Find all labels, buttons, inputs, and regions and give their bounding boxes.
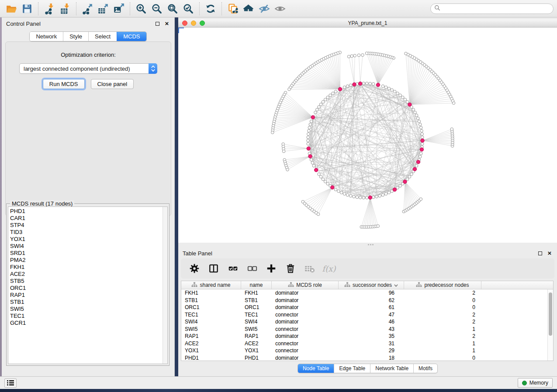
- network-node[interactable]: [414, 111, 417, 114]
- network-node[interactable]: [308, 129, 311, 132]
- table-scrollbar-thumb[interactable]: [549, 292, 552, 336]
- mcds-result-list[interactable]: PHD1CAR1STP4TID3YOX1SWI4SRD1PMA2FKH1ACE2…: [8, 206, 168, 364]
- network-node[interactable]: [307, 133, 310, 136]
- network-node[interactable]: [334, 188, 337, 191]
- column-header-MCDS-role[interactable]: MCDS role: [272, 281, 339, 289]
- show-all-icon[interactable]: [272, 1, 288, 16]
- export-table-icon[interactable]: [95, 1, 111, 16]
- network-node[interactable]: [419, 155, 422, 158]
- network-node[interactable]: [387, 87, 391, 90]
- table-row[interactable]: STB1STB1dominator620: [181, 297, 553, 304]
- mcds-dominator-node[interactable]: [308, 155, 312, 158]
- network-node[interactable]: [384, 86, 387, 89]
- network-node[interactable]: [350, 55, 353, 58]
- table-row[interactable]: ORC1ORC1dominator610: [181, 304, 553, 311]
- table-row[interactable]: TEC1TEC1connector472: [181, 311, 553, 319]
- table-row[interactable]: YOX1YOX1connector291: [181, 347, 553, 354]
- select-all-icon[interactable]: [225, 261, 240, 276]
- network-node[interactable]: [421, 133, 424, 136]
- mcds-dominator-node[interactable]: [358, 82, 362, 85]
- tab-style[interactable]: Style: [63, 32, 88, 41]
- network-node[interactable]: [318, 106, 321, 109]
- network-node[interactable]: [288, 88, 291, 91]
- network-node[interactable]: [329, 94, 332, 97]
- horizontal-splitter[interactable]: [178, 243, 557, 247]
- network-node[interactable]: [286, 168, 289, 171]
- mcds-dominator-node[interactable]: [416, 160, 420, 164]
- tab-select[interactable]: Select: [88, 32, 117, 41]
- network-node[interactable]: [322, 100, 325, 103]
- tab-network-table[interactable]: Network Table: [370, 364, 413, 373]
- settings-icon[interactable]: [187, 261, 202, 276]
- export-network-icon[interactable]: [80, 1, 95, 16]
- mcds-dominator-node[interactable]: [338, 87, 342, 91]
- mcds-dominator-node[interactable]: [393, 188, 396, 191]
- tab-mcds[interactable]: MCDS: [117, 32, 146, 41]
- network-node[interactable]: [365, 196, 368, 199]
- zoom-in-icon[interactable]: [133, 1, 149, 16]
- mcds-dominator-node[interactable]: [307, 147, 310, 150]
- network-node[interactable]: [421, 136, 424, 139]
- refresh-icon[interactable]: [203, 1, 218, 16]
- export-image-icon[interactable]: [111, 1, 127, 16]
- network-node[interactable]: [419, 198, 422, 201]
- network-node[interactable]: [322, 178, 325, 181]
- search-input[interactable]: [443, 6, 550, 12]
- tab-edge-table[interactable]: Edge Table: [334, 364, 370, 373]
- network-node[interactable]: [318, 173, 321, 176]
- memory-button[interactable]: Memory: [518, 378, 553, 388]
- network-node[interactable]: [312, 164, 315, 167]
- network-node[interactable]: [309, 123, 312, 126]
- network-node[interactable]: [381, 85, 384, 88]
- network-node[interactable]: [381, 193, 384, 196]
- network-node[interactable]: [420, 129, 423, 132]
- save-session-icon[interactable]: [19, 1, 35, 16]
- network-node[interactable]: [419, 123, 422, 126]
- hide-selected-icon[interactable]: [256, 1, 272, 16]
- network-node[interactable]: [384, 193, 387, 196]
- column-header-name[interactable]: name: [241, 281, 272, 289]
- close-panel-icon[interactable]: ×: [164, 21, 170, 27]
- mcds-list-scrollbar[interactable]: [163, 207, 167, 364]
- network-node[interactable]: [378, 194, 381, 197]
- network-node[interactable]: [319, 103, 322, 106]
- network-node[interactable]: [369, 82, 372, 85]
- network-node[interactable]: [415, 114, 418, 117]
- table-scrollbar[interactable]: [547, 289, 553, 361]
- run-mcds-button[interactable]: Run MCDS: [43, 79, 85, 89]
- close-table-panel-icon[interactable]: ×: [547, 250, 553, 256]
- network-canvas[interactable]: [178, 28, 557, 243]
- mcds-dominator-node[interactable]: [315, 168, 318, 172]
- network-node[interactable]: [334, 90, 337, 93]
- network-node[interactable]: [346, 85, 349, 88]
- mcds-dominator-node[interactable]: [403, 180, 407, 183]
- column-header-predecessor-nodes[interactable]: predecessor nodes: [404, 281, 481, 289]
- table-row[interactable]: FKH1FKH1dominator962: [181, 289, 553, 297]
- table-row[interactable]: ACE2ACE2connector311: [181, 340, 553, 347]
- network-node[interactable]: [412, 108, 415, 111]
- network-node[interactable]: [419, 152, 422, 155]
- network-node[interactable]: [408, 175, 411, 179]
- network-node[interactable]: [337, 190, 340, 193]
- network-node[interactable]: [326, 96, 329, 99]
- import-table-icon[interactable]: [57, 1, 73, 16]
- network-node[interactable]: [307, 136, 310, 139]
- split-view-icon[interactable]: [206, 261, 221, 276]
- task-history-button[interactable]: [4, 378, 17, 388]
- network-node[interactable]: [282, 150, 285, 153]
- network-node[interactable]: [314, 111, 317, 114]
- network-node[interactable]: [406, 100, 409, 103]
- network-node[interactable]: [387, 191, 391, 194]
- tab-network[interactable]: Network: [30, 32, 63, 41]
- table-row[interactable]: SWI4SWI4dominator462: [181, 318, 553, 326]
- network-node[interactable]: [365, 82, 368, 85]
- network-node[interactable]: [415, 164, 418, 167]
- mcds-dominator-node[interactable]: [311, 116, 315, 119]
- network-node[interactable]: [346, 193, 349, 196]
- table-row[interactable]: RAP1RAP1dominator352: [181, 333, 553, 340]
- zoom-out-icon[interactable]: [149, 1, 165, 16]
- network-node[interactable]: [372, 83, 375, 86]
- network-node[interactable]: [365, 52, 368, 55]
- network-node[interactable]: [307, 139, 310, 142]
- network-node[interactable]: [353, 54, 356, 57]
